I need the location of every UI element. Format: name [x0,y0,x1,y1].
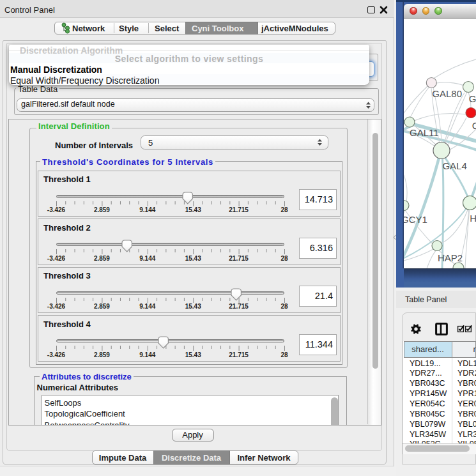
svg-text:H: H [470,212,476,223]
svg-text:GAL11: GAL11 [410,127,439,138]
svg-text:GCY1: GCY1 [404,213,427,224]
svg-text:GAL80: GAL80 [432,88,462,98]
svg-text:C: C [472,120,476,131]
svg-text:HAP2: HAP2 [438,252,463,263]
svg-text:GAL4: GAL4 [442,160,466,171]
svg-text:G.: G. [469,93,476,104]
